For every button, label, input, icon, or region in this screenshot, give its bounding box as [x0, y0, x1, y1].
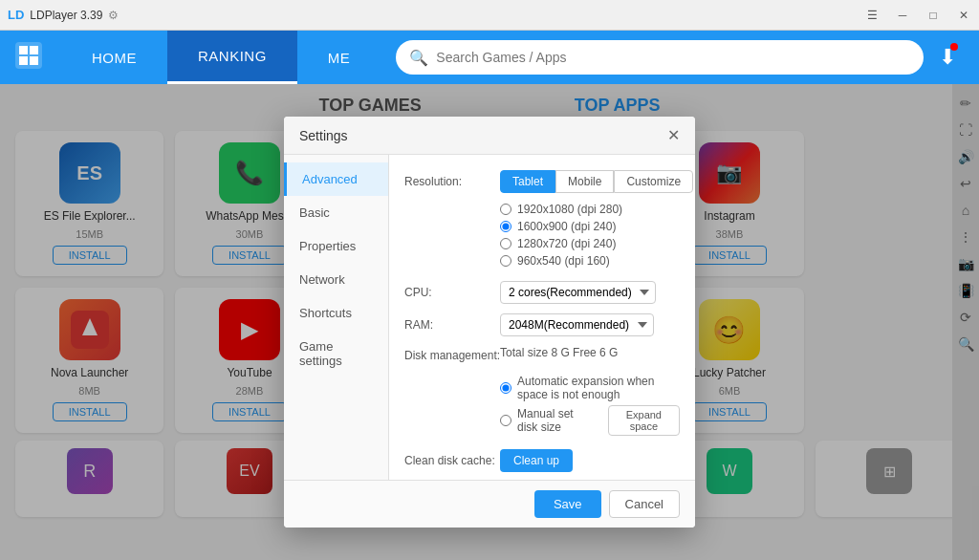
close-button[interactable]: ✕ [948, 0, 979, 31]
dialog-sidebar: Advanced Basic Properties Network Shortc… [284, 155, 389, 480]
radio-900[interactable] [500, 221, 511, 232]
radio-540[interactable] [500, 255, 511, 267]
resolution-options: 1920x1080 (dpi 280) 1600x900 (dpi 240) 1… [500, 203, 680, 268]
clean-setting: Clean disk cache: Clean up [404, 449, 680, 472]
cpu-select[interactable]: 2 cores(Recommended) [500, 281, 656, 304]
expand-space-button[interactable]: Expand space [608, 405, 680, 436]
disk-info: Total size 8 G Free 6 G [500, 346, 618, 359]
dialog-title-bar: Settings ✕ [284, 117, 695, 155]
main-content: TOP GAMES TOP APPS ES ES File Explorer..… [0, 84, 979, 560]
search-input[interactable] [436, 50, 910, 65]
radio-disk-auto[interactable] [500, 382, 511, 394]
resolution-option-1080: 1920x1080 (dpi 280) [500, 203, 680, 216]
disk-manual-label: Manual set disk size [517, 407, 597, 434]
search-bar[interactable]: 🔍 [396, 40, 924, 75]
download-badge [950, 43, 958, 51]
title-bar: LD LDPlayer 3.39 ⚙ ☰ ─ □ ✕ [0, 0, 979, 31]
svg-rect-2 [30, 46, 38, 54]
tab-me[interactable]: ME [297, 31, 381, 84]
ram-label: RAM: [404, 318, 500, 332]
hamburger-icon[interactable]: ☰ [857, 0, 887, 31]
resolution-option-900: 1600x900 (dpi 240) [500, 220, 680, 233]
nav-logo [15, 42, 42, 73]
svg-rect-4 [30, 56, 38, 65]
cpu-label: CPU: [404, 286, 500, 299]
ram-setting: RAM: 2048M(Recommended) [404, 313, 680, 336]
settings-icon[interactable]: ⚙ [108, 9, 119, 22]
nav-item-properties[interactable]: Properties [284, 229, 388, 263]
settings-dialog: Settings ✕ Advanced Basic Properties Net… [284, 117, 695, 528]
res-tab-tablet[interactable]: Tablet [500, 170, 555, 193]
disk-label: Disk management: [404, 349, 500, 362]
nav-item-shortcuts[interactable]: Shortcuts [284, 296, 388, 330]
radio-disk-manual[interactable] [500, 415, 511, 426]
dialog-content: Resolution: Tablet Mobile Customize 1920… [389, 155, 695, 480]
res-tab-mobile[interactable]: Mobile [555, 170, 614, 193]
tab-ranking[interactable]: RANKING [167, 31, 297, 84]
app-logo: LD LDPlayer 3.39 ⚙ [8, 8, 119, 22]
dialog-title: Settings [299, 128, 348, 143]
minimize-button[interactable]: ─ [887, 0, 918, 31]
save-button[interactable]: Save [534, 490, 601, 518]
cancel-button[interactable]: Cancel [609, 490, 680, 518]
resolution-label-1080: 1920x1080 (dpi 280) [517, 203, 622, 216]
resolution-setting: Resolution: Tablet Mobile Customize 1920… [404, 170, 680, 268]
dialog-close-button[interactable]: ✕ [667, 126, 680, 144]
disk-setting: Disk management: Total size 8 G Free 6 G… [404, 346, 680, 436]
resolution-label-900: 1600x900 (dpi 240) [517, 220, 616, 233]
disk-manual-option: Manual set disk size Expand space [500, 405, 680, 436]
search-icon: 🔍 [409, 49, 428, 67]
resolution-label-540: 960x540 (dpi 160) [517, 254, 610, 268]
ram-select[interactable]: 2048M(Recommended) [500, 313, 654, 336]
disk-auto-option: Automatic expansion when space is not en… [500, 375, 680, 401]
window-controls: ☰ ─ □ ✕ [857, 0, 979, 31]
tab-home[interactable]: HOME [61, 31, 167, 84]
svg-rect-1 [19, 46, 28, 54]
resolution-option-720: 1280x720 (dpi 240) [500, 237, 680, 250]
res-tab-customize[interactable]: Customize [614, 170, 693, 193]
nav-bar: HOME RANKING ME 🔍 ⬇ [0, 31, 979, 84]
dialog-footer: Save Cancel [284, 480, 695, 528]
clean-label: Clean disk cache: [404, 454, 500, 467]
disk-options: Automatic expansion when space is not en… [500, 375, 680, 436]
radio-720[interactable] [500, 238, 511, 249]
svg-rect-3 [19, 56, 28, 65]
modal-overlay: Settings ✕ Advanced Basic Properties Net… [0, 84, 979, 560]
nav-item-advanced[interactable]: Advanced [284, 162, 388, 196]
maximize-button[interactable]: □ [918, 0, 948, 31]
nav-item-basic[interactable]: Basic [284, 196, 388, 229]
resolution-label-720: 1280x720 (dpi 240) [517, 237, 616, 250]
resolution-tabs: Tablet Mobile Customize [500, 170, 693, 193]
download-button[interactable]: ⬇ [939, 45, 956, 70]
cpu-setting: CPU: 2 cores(Recommended) [404, 281, 680, 304]
cleanup-button[interactable]: Clean up [500, 449, 573, 472]
nav-item-game-settings[interactable]: Game settings [284, 330, 388, 377]
resolution-option-540: 960x540 (dpi 160) [500, 254, 680, 268]
disk-auto-label: Automatic expansion when space is not en… [517, 375, 680, 401]
radio-1080[interactable] [500, 204, 511, 215]
nav-item-network[interactable]: Network [284, 263, 388, 296]
resolution-row: Resolution: Tablet Mobile Customize [404, 170, 680, 193]
disk-label-row: Disk management: Total size 8 G Free 6 G [404, 346, 680, 365]
dialog-body: Advanced Basic Properties Network Shortc… [284, 155, 695, 480]
app-title: LDPlayer 3.39 [30, 9, 102, 22]
resolution-label: Resolution: [404, 175, 500, 188]
